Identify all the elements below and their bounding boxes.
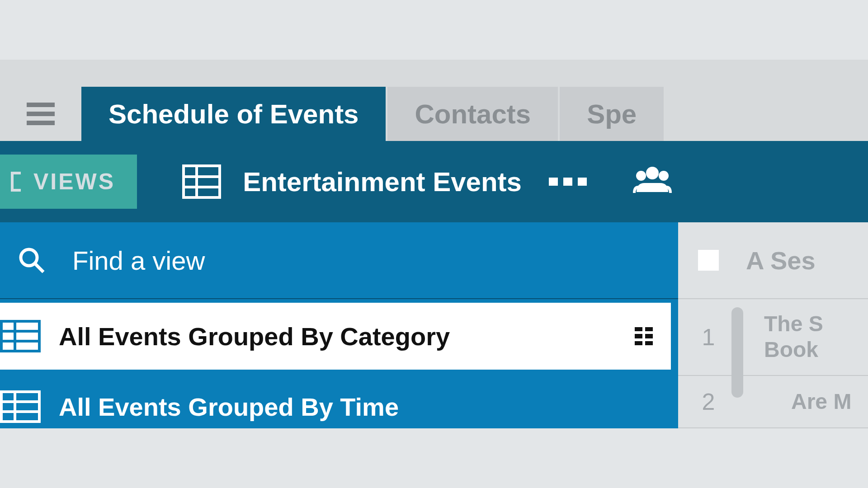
grid-view-icon — [0, 390, 41, 423]
tab-schedule-of-events[interactable]: Schedule of Events — [81, 87, 386, 141]
data-grid-header: A Ses — [678, 222, 868, 299]
view-item-label: All Events Grouped By Category — [59, 322, 450, 351]
current-view-name[interactable]: Entertainment Events — [243, 166, 522, 197]
select-all-checkbox[interactable] — [698, 250, 719, 271]
view-item-all-events-by-category[interactable]: All Events Grouped By Category — [0, 303, 671, 370]
svg-point-4 — [646, 167, 659, 179]
svg-point-6 — [659, 171, 669, 181]
more-options-button[interactable] — [549, 178, 587, 186]
header-cell: A Ses — [746, 246, 816, 275]
tab-speakers[interactable]: Spe — [560, 87, 664, 141]
row-number: 2 — [698, 388, 719, 415]
table-row[interactable]: 1 The S Book — [678, 299, 868, 376]
grid-view-icon — [0, 320, 41, 352]
hamburger-menu-button[interactable] — [0, 87, 81, 141]
drag-handle-icon[interactable] — [635, 327, 653, 345]
find-view-search[interactable]: Find a view — [0, 222, 678, 299]
views-toggle-button[interactable]: VIEWS — [0, 155, 137, 209]
cell-text: Book — [764, 338, 823, 362]
tab-contacts[interactable]: Contacts — [387, 87, 558, 141]
hamburger-icon — [27, 103, 55, 125]
data-grid: A Ses 1 The S Book 2 Are M — [678, 222, 868, 428]
views-panel: Find a view All Events Grouped By Catego… — [0, 222, 678, 428]
svg-rect-0 — [184, 166, 220, 197]
tab-bar: Schedule of Events Contacts Spe — [0, 87, 868, 141]
search-icon — [18, 247, 45, 274]
view-item-label: All Events Grouped By Time — [59, 392, 399, 422]
view-toolbar: VIEWS Entertainment Events — [0, 141, 868, 222]
views-label: VIEWS — [33, 169, 115, 195]
svg-rect-13 — [1, 392, 39, 422]
svg-rect-9 — [1, 321, 39, 351]
grid-view-icon — [182, 164, 221, 199]
panel-icon — [11, 172, 21, 192]
cell-text: The S — [764, 312, 823, 336]
svg-point-7 — [21, 249, 37, 266]
view-item-all-events-by-time[interactable]: All Events Grouped By Time — [0, 373, 678, 428]
search-placeholder: Find a view — [72, 245, 205, 276]
svg-point-5 — [636, 171, 646, 181]
row-number: 1 — [698, 324, 719, 351]
table-row[interactable]: 2 Are M — [678, 376, 868, 428]
app-window: Schedule of Events Contacts Spe VIEWS En… — [0, 60, 868, 428]
cell-text: Are M — [791, 390, 851, 414]
svg-line-8 — [35, 264, 43, 272]
collaborators-button[interactable] — [632, 165, 673, 198]
